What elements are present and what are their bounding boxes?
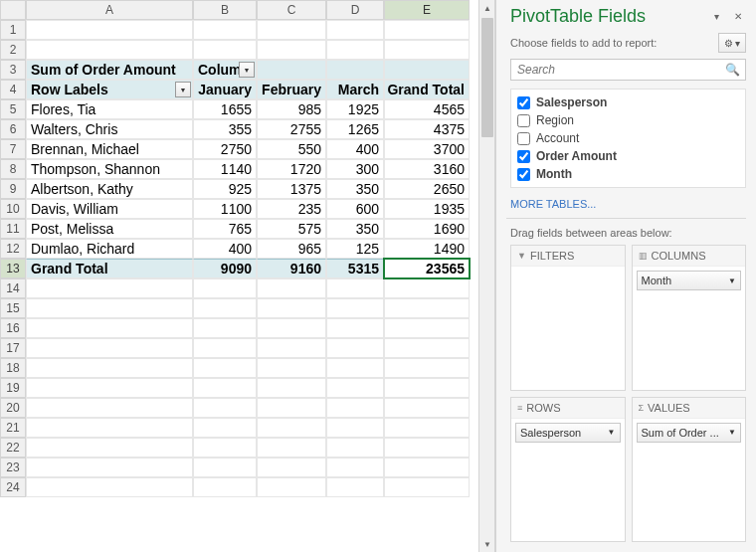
cell[interactable]: [193, 278, 257, 298]
cell[interactable]: 3160: [384, 159, 470, 179]
cell[interactable]: [326, 378, 384, 398]
rows-chip[interactable]: Salesperson▼: [515, 423, 621, 443]
cell[interactable]: [384, 40, 470, 60]
row-header[interactable]: 12: [0, 239, 26, 259]
cell[interactable]: 765: [193, 219, 257, 239]
cell[interactable]: [26, 20, 193, 40]
field-row-salesperson[interactable]: Salesperson: [513, 93, 743, 111]
columns-chip[interactable]: Month▼: [637, 271, 742, 290]
cell[interactable]: 125: [326, 239, 384, 259]
cell[interactable]: [326, 20, 384, 40]
cell[interactable]: [257, 477, 326, 497]
cell[interactable]: 3700: [384, 139, 470, 159]
cell[interactable]: [326, 338, 384, 358]
cell[interactable]: [257, 20, 326, 40]
cell[interactable]: [26, 398, 193, 418]
cell[interactable]: [326, 298, 384, 318]
scroll-down-arrow[interactable]: ▼: [479, 536, 495, 552]
cell[interactable]: 925: [193, 179, 257, 199]
cell[interactable]: [193, 318, 257, 338]
cell[interactable]: 1935: [384, 199, 470, 219]
cell[interactable]: [326, 458, 384, 477]
cell[interactable]: [193, 298, 257, 318]
cell[interactable]: 9090: [193, 259, 257, 278]
row-header[interactable]: 9: [0, 179, 26, 199]
cell[interactable]: 965: [257, 239, 326, 259]
cell[interactable]: Flores, Tia: [26, 99, 193, 119]
columns-area[interactable]: ▥COLUMNS Month▼: [632, 245, 747, 391]
cell[interactable]: [26, 358, 193, 378]
scroll-up-arrow[interactable]: ▲: [479, 0, 495, 16]
cell[interactable]: [193, 40, 257, 60]
filters-area[interactable]: ▼FILTERS: [510, 245, 626, 391]
cell[interactable]: 1720: [257, 159, 326, 179]
cell[interactable]: [384, 60, 470, 80]
cell[interactable]: Brennan, Michael: [26, 139, 193, 159]
row-header[interactable]: 20: [0, 398, 26, 418]
cell[interactable]: [384, 318, 470, 338]
pane-options-icon[interactable]: ▾: [708, 9, 724, 25]
field-checkbox[interactable]: [517, 150, 530, 163]
cell[interactable]: 355: [193, 119, 257, 139]
field-row-order-amount[interactable]: Order Amount: [513, 147, 743, 165]
row-header[interactable]: 10: [0, 199, 26, 219]
cell-grid[interactable]: ABCDE123Sum of Order AmountColum▼4Row La…: [0, 0, 494, 497]
scroll-thumb[interactable]: [481, 18, 493, 137]
row-header[interactable]: 5: [0, 99, 26, 119]
cell[interactable]: 23565: [384, 259, 470, 278]
cell[interactable]: [384, 298, 470, 318]
cell[interactable]: Grand Total: [26, 259, 193, 278]
row-header[interactable]: 24: [0, 477, 26, 497]
cell[interactable]: 550: [257, 139, 326, 159]
cell[interactable]: [326, 318, 384, 338]
cell[interactable]: Thompson, Shannon: [26, 159, 193, 179]
cell[interactable]: 2755: [257, 119, 326, 139]
cell[interactable]: March: [326, 80, 384, 99]
cell[interactable]: 400: [193, 239, 257, 259]
cell[interactable]: [257, 438, 326, 458]
cell[interactable]: 575: [257, 219, 326, 239]
cell[interactable]: [326, 418, 384, 438]
row-header[interactable]: 23: [0, 458, 26, 477]
row-header[interactable]: 3: [0, 60, 26, 80]
cell[interactable]: [26, 40, 193, 60]
cell[interactable]: [257, 458, 326, 477]
cell[interactable]: [193, 20, 257, 40]
cell[interactable]: Post, Melissa: [26, 219, 193, 239]
cell[interactable]: 4565: [384, 99, 470, 119]
cell[interactable]: [326, 398, 384, 418]
cell[interactable]: 1100: [193, 199, 257, 219]
cell[interactable]: [384, 458, 470, 477]
cell[interactable]: [257, 40, 326, 60]
cell[interactable]: Davis, William: [26, 199, 193, 219]
column-header[interactable]: A: [26, 0, 193, 20]
field-row-month[interactable]: Month: [513, 165, 743, 183]
cell[interactable]: 350: [326, 219, 384, 239]
search-input[interactable]: [510, 59, 746, 81]
cell[interactable]: [257, 60, 326, 80]
cell[interactable]: [326, 477, 384, 497]
row-header[interactable]: 8: [0, 159, 26, 179]
cell[interactable]: 2650: [384, 179, 470, 199]
row-header[interactable]: 4: [0, 80, 26, 99]
cell[interactable]: [26, 338, 193, 358]
column-header[interactable]: C: [257, 0, 326, 20]
column-header[interactable]: E: [384, 0, 470, 20]
cell[interactable]: [384, 378, 470, 398]
cell[interactable]: [384, 438, 470, 458]
cell[interactable]: [326, 60, 384, 80]
cell[interactable]: [193, 358, 257, 378]
cell[interactable]: Walters, Chris: [26, 119, 193, 139]
cell[interactable]: 1690: [384, 219, 470, 239]
row-header[interactable]: 15: [0, 298, 26, 318]
cell[interactable]: [326, 358, 384, 378]
cell[interactable]: [384, 477, 470, 497]
cell[interactable]: [384, 20, 470, 40]
cell[interactable]: Row Labels▼: [26, 80, 193, 99]
cell[interactable]: 4375: [384, 119, 470, 139]
values-chip[interactable]: Sum of Order ...▼: [637, 423, 742, 443]
row-header[interactable]: 13: [0, 259, 26, 278]
cell[interactable]: [26, 318, 193, 338]
cell[interactable]: 1925: [326, 99, 384, 119]
field-checkbox[interactable]: [517, 132, 530, 145]
